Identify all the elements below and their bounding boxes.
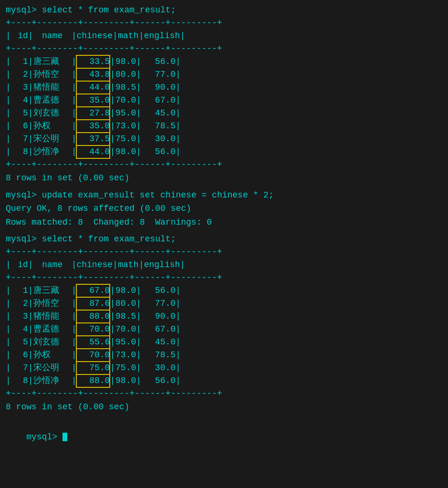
table-row: | 4 | 曹孟德 | 35.0 | 70.0 | 67.0 |	[6, 94, 442, 107]
table-1-rowcount: 8 rows in set (0.00 sec)	[6, 171, 442, 185]
terminal-window: mysql> select * from exam_result; +----+…	[6, 4, 442, 457]
table-2-header-border: +----+--------+---------+------+--------…	[6, 271, 442, 284]
table-2-top-border: +----+--------+---------+------+--------…	[6, 246, 442, 259]
mysql-prompt-2: mysql>	[6, 190, 37, 200]
query-1-prompt: mysql> select * from exam_result;	[6, 4, 442, 17]
table-row: | 6 | 孙权 | 35.0 | 73.0 | 78.5 |	[6, 120, 442, 133]
table-1-header-row: | id | name | chinese | math | english |	[6, 30, 442, 42]
update-response-1: Query OK, 8 rows affected (0.00 sec)	[6, 202, 442, 216]
table-2-bottom-border: +----+--------+---------+------+--------…	[6, 387, 442, 400]
mysql-prompt-3: mysql>	[6, 234, 37, 244]
table-2-body: | 1 | 唐三藏 | 67.0 | 98.0 | 56.0 || 2 | 孙悟…	[6, 284, 442, 387]
final-mysql-prompt: mysql>	[26, 432, 63, 442]
table-row: | 7 | 宋公明 | 37.5 | 75.0 | 30.0 |	[6, 133, 442, 145]
table-1: +----+--------+---------+------+--------…	[6, 17, 442, 171]
table-row: | 1 | 唐三藏 | 33.5 | 98.0 | 56.0 |	[6, 55, 442, 68]
table-row: | 1 | 唐三藏 | 67.0 | 98.0 | 56.0 |	[6, 284, 442, 297]
query-2-prompt: mysql> select * from exam_result;	[6, 233, 442, 246]
table-1-top-border: +----+--------+---------+------+--------…	[6, 17, 442, 30]
table-1-header-border: +----+--------+---------+------+--------…	[6, 42, 442, 55]
table-2: +----+--------+---------+------+--------…	[6, 246, 442, 400]
query-2-text: select * from exam_result;	[42, 234, 176, 244]
update-query-text: update exam_result set chinese = chinese…	[42, 190, 274, 200]
table-row: | 5 | 刘玄德 | 27.8 | 95.0 | 45.0 |	[6, 107, 442, 120]
table-1-body: | 1 | 唐三藏 | 33.5 | 98.0 | 56.0 || 2 | 孙悟…	[6, 55, 442, 158]
update-response-2: Rows matched: 8 Changed: 8 Warnings: 0	[6, 216, 442, 229]
query-1-text: select * from exam_result;	[42, 5, 176, 15]
table-1-bottom-border: +----+--------+---------+------+--------…	[6, 158, 442, 171]
table-row: | 6 | 孙权 | 70.0 | 73.0 | 78.5 |	[6, 349, 442, 362]
table-2-rowcount: 8 rows in set (0.00 sec)	[6, 400, 442, 414]
final-prompt-line: mysql>	[6, 418, 442, 457]
cursor	[63, 433, 67, 441]
table-row: | 2 | 孙悟空 | 43.8 | 80.0 | 77.0 |	[6, 68, 442, 81]
update-prompt: mysql> update exam_result set chinese = …	[6, 189, 442, 202]
table-row: | 8 | 沙悟净 | 88.0 | 98.0 | 56.0 |	[6, 374, 442, 387]
table-row: | 2 | 孙悟空 | 87.6 | 80.0 | 77.0 |	[6, 297, 442, 310]
table-row: | 3 | 猪悟能 | 44.0 | 98.5 | 90.0 |	[6, 81, 442, 94]
mysql-prompt-1: mysql>	[6, 5, 37, 15]
table-row: | 3 | 猪悟能 | 88.0 | 98.5 | 90.0 |	[6, 310, 442, 323]
table-row: | 8 | 沙悟净 | 44.0 | 98.0 | 56.0 |	[6, 145, 442, 158]
table-row: | 5 | 刘玄德 | 55.6 | 95.0 | 45.0 |	[6, 336, 442, 349]
table-2-header-row: | id | name | chinese | math | english |	[6, 259, 442, 271]
table-row: | 7 | 宋公明 | 75.0 | 75.0 | 30.0 |	[6, 362, 442, 374]
table-row: | 4 | 曹孟德 | 70.0 | 70.0 | 67.0 |	[6, 323, 442, 336]
